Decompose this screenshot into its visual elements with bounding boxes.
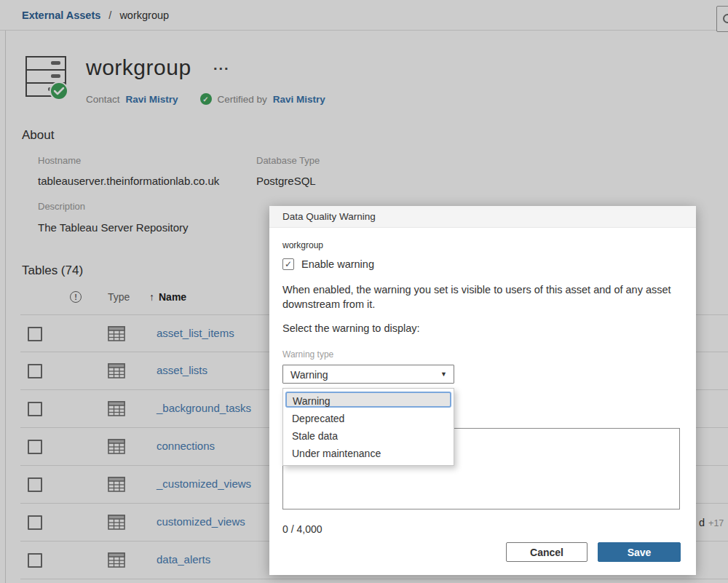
warning-type-label: Warning type — [282, 349, 333, 360]
char-counter: 0 / 4,000 — [282, 523, 323, 535]
data-quality-warning-dialog: Data Quality Warning workgroup ✓ Enable … — [269, 206, 696, 575]
checkbox-check-icon: ✓ — [285, 259, 292, 269]
cancel-button[interactable]: Cancel — [506, 542, 587, 562]
enable-warning-label: Enable warning — [301, 258, 374, 270]
dropdown-option-deprecated[interactable]: Deprecated — [283, 410, 454, 427]
modal-title: Data Quality Warning — [269, 206, 696, 228]
save-button[interactable]: Save — [598, 542, 681, 562]
enable-warning-checkbox[interactable]: ✓ — [282, 258, 294, 270]
warning-type-select[interactable]: Warning ▼ — [282, 365, 454, 384]
selected-warning-value: Warning — [290, 369, 328, 381]
modal-description: When enabled, the warning you set is vis… — [282, 282, 687, 312]
dropdown-option-warning[interactable]: Warning — [285, 392, 451, 408]
modal-asset-name: workgroup — [282, 240, 323, 250]
dropdown-option-under-maintenance[interactable]: Under maintenance — [283, 445, 454, 462]
warning-type-dropdown-menu: Warning Deprecated Stale data Under main… — [282, 388, 454, 466]
caret-down-icon: ▼ — [440, 370, 447, 378]
select-warning-prompt: Select the warning to display: — [282, 322, 420, 334]
enable-warning-checkbox-row[interactable]: ✓ Enable warning — [282, 258, 374, 270]
dropdown-option-stale-data[interactable]: Stale data — [283, 427, 454, 445]
